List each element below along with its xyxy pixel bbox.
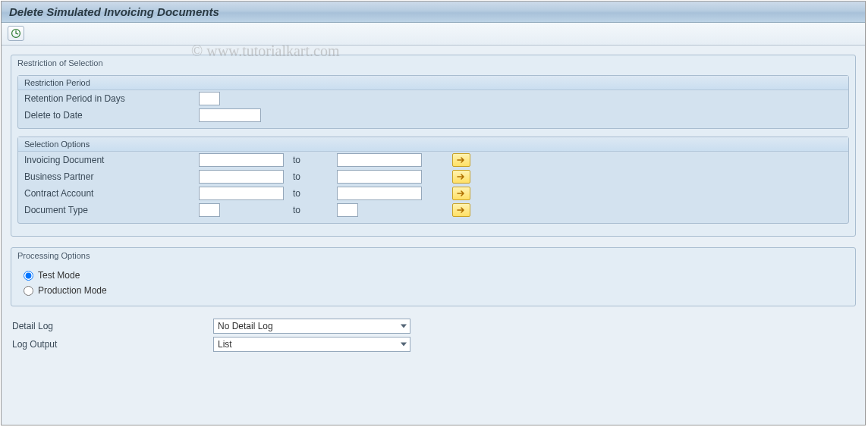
test-mode-label: Test Mode [38, 270, 80, 281]
invoicing-doc-to-input[interactable] [337, 153, 422, 167]
selection-options-group: Selection Options Invoicing Document to … [17, 137, 849, 224]
log-output-label: Log Output [12, 339, 213, 350]
restriction-selection-title: Restriction of Selection [16, 57, 851, 72]
processing-options-group: Processing Options Test Mode Production … [11, 247, 856, 306]
document-type-from-input[interactable] [199, 203, 220, 217]
production-mode-radio[interactable] [24, 286, 33, 296]
detail-log-value: No Detail Log [218, 321, 273, 331]
invoicing-doc-multi-button[interactable] [452, 153, 470, 167]
contract-account-from-input[interactable] [199, 187, 284, 200]
retention-days-label: Retention Period in Days [24, 93, 199, 104]
contract-account-to-input[interactable] [337, 187, 422, 200]
to-label: to [284, 171, 337, 182]
production-mode-label: Production Mode [38, 285, 107, 296]
test-mode-radio[interactable] [24, 271, 33, 281]
business-partner-label: Business Partner [24, 171, 199, 182]
contract-account-multi-button[interactable] [452, 187, 470, 200]
document-type-multi-button[interactable] [452, 203, 470, 217]
app-window: Delete Simulated Invoicing Documents © w… [1, 1, 866, 425]
restriction-period-group: Restriction Period Retention Period in D… [17, 75, 849, 129]
arrow-right-icon [457, 206, 466, 214]
arrow-right-icon [457, 190, 466, 197]
arrow-right-icon [457, 173, 466, 181]
business-partner-multi-button[interactable] [452, 170, 470, 184]
detail-log-label: Detail Log [12, 321, 213, 331]
log-output-value: List [218, 339, 232, 350]
restriction-period-title: Restriction Period [18, 76, 848, 90]
business-partner-to-input[interactable] [337, 170, 422, 184]
page-title: Delete Simulated Invoicing Documents [2, 2, 865, 23]
contract-account-label: Contract Account [24, 188, 199, 199]
invoicing-doc-label: Invoicing Document [24, 155, 199, 165]
document-type-label: Document Type [24, 205, 199, 215]
toolbar: © www.tutorialkart.com [2, 23, 865, 46]
arrow-right-icon [457, 156, 466, 164]
selection-options-title: Selection Options [18, 137, 848, 152]
clock-execute-icon [11, 28, 21, 39]
execute-button[interactable] [8, 26, 24, 41]
delete-to-date-input[interactable] [199, 108, 261, 122]
processing-options-title: Processing Options [16, 250, 851, 265]
to-label: to [284, 205, 337, 215]
invoicing-doc-from-input[interactable] [199, 153, 284, 167]
content-area: Restriction of Selection Restriction Per… [2, 46, 865, 425]
business-partner-from-input[interactable] [199, 170, 284, 184]
log-output-select[interactable]: List [213, 337, 410, 352]
delete-to-date-label: Delete to Date [24, 110, 199, 121]
to-label: to [284, 155, 337, 165]
restriction-selection-group: Restriction of Selection Restriction Per… [11, 55, 856, 237]
detail-log-select[interactable]: No Detail Log [213, 319, 410, 334]
to-label: to [284, 188, 337, 199]
document-type-to-input[interactable] [337, 203, 358, 217]
retention-days-input[interactable] [199, 92, 220, 105]
